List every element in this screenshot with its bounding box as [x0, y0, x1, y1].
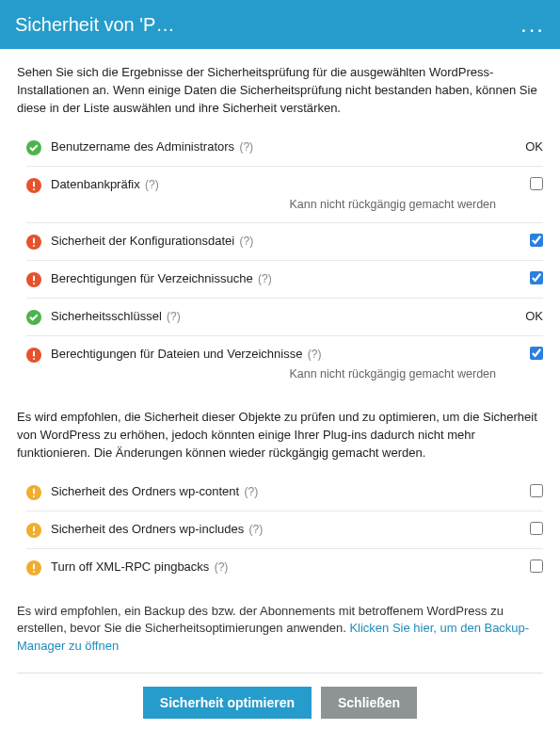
check-status: OK	[505, 309, 543, 323]
svg-rect-2	[33, 181, 35, 186]
check-row: Sicherheitsschlüssel (?)OK	[26, 299, 543, 336]
dialog-header: Sicherheit von 'P… ...	[0, 0, 560, 49]
recommended-intro: Es wird empfohlen, die Sicherheit dieser…	[17, 409, 543, 462]
dialog-content: Sehen Sie sich die Ergebnisse der Sicher…	[0, 49, 560, 736]
check-status	[505, 522, 543, 538]
help-icon[interactable]: (?)	[255, 272, 272, 285]
check-label: Berechtigungen für Verzeichnissuche	[51, 271, 253, 285]
select-checkbox[interactable]	[530, 234, 543, 247]
irreversible-note: Kann nicht rückgängig gemacht werden	[51, 366, 496, 381]
svg-rect-13	[33, 358, 35, 360]
check-status	[505, 347, 543, 363]
help-icon[interactable]: (?)	[304, 348, 321, 361]
check-row: Sicherheit des Ordners wp-content (?)	[26, 474, 543, 511]
check-label-wrap: Sicherheitsschlüssel (?)	[51, 309, 505, 323]
svg-rect-8	[33, 275, 35, 281]
critical-checks-list: Benutzername des Administrators (?)OKDat…	[17, 129, 543, 393]
svg-rect-12	[33, 350, 35, 356]
ok-icon	[26, 140, 41, 155]
dialog-actions: Sicherheit optimieren Schließen	[17, 673, 543, 719]
check-label-wrap: Berechtigungen für Dateien und Verzeichn…	[51, 347, 505, 381]
select-checkbox[interactable]	[530, 177, 543, 190]
close-button[interactable]: Schließen	[321, 687, 417, 719]
svg-rect-21	[33, 563, 35, 569]
optimize-button[interactable]: Sicherheit optimieren	[143, 687, 312, 719]
help-icon[interactable]: (?)	[236, 235, 253, 248]
check-label: Sicherheit des Ordners wp-includes	[51, 522, 244, 536]
check-label-wrap: Sicherheit der Konfigurationsdatei (?)	[51, 234, 505, 248]
warn-icon	[26, 485, 41, 500]
check-status	[505, 234, 543, 250]
help-icon[interactable]: (?)	[241, 485, 258, 498]
svg-rect-5	[33, 237, 35, 243]
svg-rect-16	[33, 495, 35, 497]
check-label: Sicherheit des Ordners wp-content	[51, 484, 239, 498]
check-label-wrap: Benutzername des Administrators (?)	[51, 139, 505, 154]
check-label-wrap: Berechtigungen für Verzeichnissuche (?)	[51, 271, 505, 285]
status-ok: OK	[525, 139, 543, 154]
check-row: Turn off XML-RPC pingbacks (?)	[26, 549, 543, 586]
check-status	[505, 560, 543, 576]
select-checkbox[interactable]	[530, 522, 543, 535]
backup-recommendation: Es wird empfohlen, ein Backup des bzw. d…	[17, 603, 543, 657]
dialog-title: Sicherheit von 'P…	[15, 14, 174, 36]
warn-icon	[26, 560, 41, 576]
svg-rect-18	[33, 526, 35, 531]
check-label-wrap: Turn off XML-RPC pingbacks (?)	[51, 560, 505, 574]
select-checkbox[interactable]	[530, 484, 543, 497]
check-label: Turn off XML-RPC pingbacks	[51, 560, 209, 574]
check-label: Sicherheitsschlüssel	[51, 309, 162, 323]
help-icon[interactable]: (?)	[142, 178, 159, 191]
alert-icon	[26, 235, 41, 250]
help-icon[interactable]: (?)	[164, 310, 181, 323]
svg-rect-22	[33, 571, 35, 573]
help-icon[interactable]: (?)	[211, 560, 228, 574]
more-icon[interactable]: ...	[511, 11, 545, 38]
help-icon[interactable]: (?)	[246, 523, 263, 536]
svg-rect-9	[33, 283, 35, 284]
check-label-wrap: Datenbankpräfix (?)Kann nicht rückgängig…	[51, 177, 505, 212]
status-ok: OK	[525, 309, 543, 323]
check-status	[505, 271, 543, 287]
check-label-wrap: Sicherheit des Ordners wp-content (?)	[51, 484, 505, 498]
check-label: Berechtigungen für Dateien und Verzeichn…	[51, 347, 302, 361]
ok-icon	[26, 310, 41, 325]
warn-icon	[26, 523, 41, 538]
alert-icon	[26, 272, 41, 287]
svg-rect-15	[33, 488, 35, 494]
recommended-checks-list: Sicherheit des Ordners wp-content (?)Sic…	[17, 474, 543, 586]
check-label-wrap: Sicherheit des Ordners wp-includes (?)	[51, 522, 505, 536]
svg-rect-6	[33, 245, 35, 247]
select-checkbox[interactable]	[530, 560, 543, 573]
irreversible-note: Kann nicht rückgängig gemacht werden	[51, 197, 496, 212]
check-row: Berechtigungen für Verzeichnissuche (?)	[26, 261, 543, 299]
help-icon[interactable]: (?)	[236, 140, 253, 154]
svg-rect-3	[33, 188, 35, 190]
alert-icon	[26, 348, 41, 363]
check-status	[505, 484, 543, 500]
check-label: Benutzername des Administrators	[51, 139, 234, 154]
check-row: Datenbankpräfix (?)Kann nicht rückgängig…	[26, 167, 543, 223]
select-checkbox[interactable]	[530, 271, 543, 284]
intro-text: Sehen Sie sich die Ergebnisse der Sicher…	[17, 64, 543, 118]
alert-icon	[26, 178, 41, 193]
check-row: Berechtigungen für Dateien und Verzeichn…	[26, 336, 543, 392]
check-status	[505, 177, 543, 193]
svg-rect-19	[33, 533, 35, 535]
check-row: Benutzername des Administrators (?)OK	[26, 129, 543, 167]
check-row: Sicherheit des Ordners wp-includes (?)	[26, 511, 543, 549]
check-status: OK	[505, 139, 543, 154]
check-row: Sicherheit der Konfigurationsdatei (?)	[26, 223, 543, 261]
select-checkbox[interactable]	[530, 347, 543, 360]
check-label: Sicherheit der Konfigurationsdatei	[51, 234, 234, 248]
check-label: Datenbankpräfix	[51, 177, 140, 191]
